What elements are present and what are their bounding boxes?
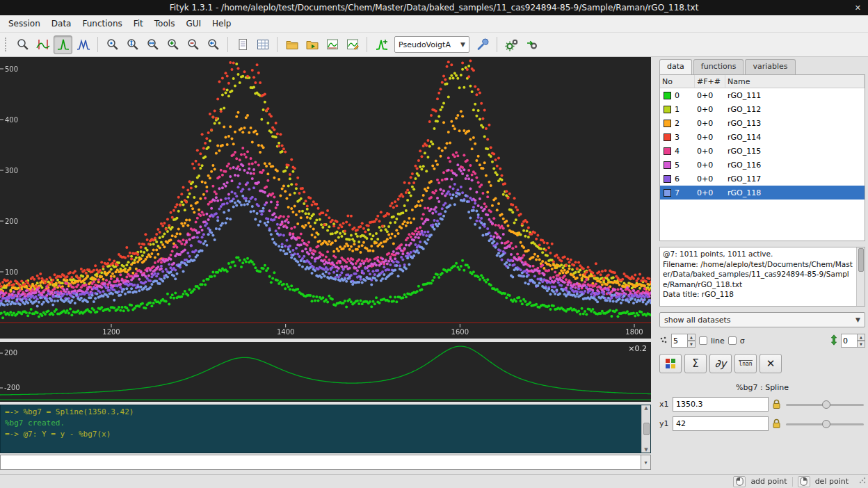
dataset-color-swatch[interactable]	[664, 120, 671, 127]
dataset-color-swatch[interactable]	[664, 161, 671, 169]
dataset-color-swatch[interactable]	[664, 133, 671, 141]
spin-down-icon[interactable]: ▼	[688, 341, 696, 348]
shift-input[interactable]	[841, 334, 858, 348]
titlebar: Fityk 1.3.1 - /home/aleplo/test/Document…	[0, 0, 868, 15]
param-y1-input[interactable]	[673, 416, 769, 431]
lock-icon[interactable]	[772, 399, 781, 409]
dataset-row-rGO_114[interactable]: 30+0rGO_114	[660, 130, 865, 144]
menu-data[interactable]: Data	[46, 17, 77, 31]
tab-data[interactable]: data	[659, 59, 692, 74]
data-range-mode-button[interactable]	[33, 35, 52, 54]
open-file-button[interactable]	[282, 35, 301, 54]
add-peak-mode-button[interactable]	[54, 35, 72, 54]
input-history-button[interactable]: ▾	[641, 455, 651, 470]
zoom-mode-button[interactable]	[13, 35, 32, 54]
session-log-button[interactable]	[233, 35, 252, 54]
spin-up-icon[interactable]: ▲	[858, 334, 865, 341]
close-dataset-button[interactable]: ✕	[760, 354, 782, 373]
menu-fit[interactable]: Fit	[128, 17, 149, 31]
param-x1-slider[interactable]	[785, 399, 865, 410]
mag-minus-icon	[186, 38, 200, 51]
page-icon	[236, 38, 250, 51]
dataset-color-swatch[interactable]	[664, 175, 671, 183]
mouse-left-icon[interactable]	[733, 476, 746, 487]
lock-icon[interactable]	[772, 418, 781, 429]
dataset-color-swatch[interactable]	[664, 106, 671, 113]
zoom-all-button[interactable]	[103, 35, 122, 54]
folder-icon	[285, 38, 299, 51]
dataset-table: No#F+#Name00+0rGO_11110+0rGO_11220+0rGO_…	[659, 74, 865, 241]
toolbar-separator	[277, 37, 278, 52]
chart-box-icon	[326, 38, 339, 51]
console-scrollbar[interactable]: ▲ ▼	[641, 405, 650, 453]
edit-transform-button[interactable]: ∂y	[709, 354, 732, 373]
dataset-row-rGO_113[interactable]: 20+0rGO_113	[660, 116, 865, 130]
sigma-checkbox[interactable]	[728, 336, 737, 345]
peak-green-icon	[56, 38, 70, 51]
close-button[interactable]: ✕	[855, 0, 861, 15]
tab-variables[interactable]: variables	[745, 59, 795, 74]
dataset-info: @7: 1011 points, 1011 active.Filename: /…	[659, 247, 865, 307]
zoom-in-button[interactable]	[163, 35, 182, 54]
function-type-select[interactable]: PseudoVoigtA▼	[394, 36, 469, 53]
param-y1-slider[interactable]	[785, 418, 865, 430]
dataset-color-swatch[interactable]	[664, 92, 671, 99]
datasets-view-dropdown[interactable]: show all datasets ▼	[659, 312, 865, 327]
main-plot[interactable]	[0, 57, 651, 339]
mouse-right-icon[interactable]	[798, 476, 810, 487]
main-splitter[interactable]	[651, 57, 657, 474]
data-table-view-button[interactable]	[253, 35, 272, 54]
command-input[interactable]	[0, 455, 641, 470]
delete-nan-button[interactable]: lnan	[734, 354, 757, 373]
dataset-row-rGO_111[interactable]: 00+0rGO_111	[660, 88, 865, 102]
undo-fit-button[interactable]	[522, 35, 541, 54]
sum-datasets-button[interactable]: Σ	[684, 354, 707, 373]
menu-help[interactable]: Help	[207, 17, 236, 31]
menu-session[interactable]: Session	[3, 17, 46, 31]
aux-plot[interactable]	[0, 342, 651, 402]
toolbar-separator	[367, 37, 367, 52]
zoom-out-button[interactable]	[184, 35, 202, 54]
execute-script-button[interactable]	[303, 35, 321, 54]
dataset-colors-button[interactable]	[659, 354, 682, 373]
scroll-down-icon[interactable]: ▼	[644, 447, 648, 453]
run-fit-button[interactable]	[502, 35, 521, 54]
dataset-row-rGO_112[interactable]: 10+0rGO_112	[660, 102, 865, 116]
spin-down-icon[interactable]: ▼	[858, 341, 865, 348]
menu-functions[interactable]: Functions	[77, 17, 127, 31]
previous-zoom-button[interactable]	[204, 35, 223, 54]
menu-gui[interactable]: GUI	[180, 17, 207, 31]
spin-up-icon[interactable]: ▲	[688, 334, 696, 341]
dataset-row-rGO_118[interactable]: 70+0rGO_118	[660, 186, 865, 200]
define-function-button[interactable]	[473, 35, 492, 54]
menubar: SessionDataFunctionsFitToolsGUIHelp	[0, 15, 868, 33]
info-line: Data title: rGO_118	[663, 289, 853, 300]
auto-add-peak-button[interactable]	[372, 35, 391, 54]
scroll-up-icon[interactable]: ▲	[644, 405, 648, 411]
dataset-row-rGO_116[interactable]: 50+0rGO_116	[660, 158, 865, 172]
resize-grip[interactable]	[858, 476, 867, 487]
dataset-row-rGO_115[interactable]: 40+0rGO_115	[660, 144, 865, 158]
activate-data-mode-button[interactable]	[74, 35, 93, 54]
zoom-vertical-button[interactable]	[123, 35, 142, 54]
load-session-button[interactable]	[323, 35, 341, 54]
slider-thumb[interactable]	[822, 400, 830, 409]
menu-tools[interactable]: Tools	[149, 17, 181, 31]
zoom-horizontal-button[interactable]	[143, 35, 162, 54]
dataset-color-swatch[interactable]	[664, 189, 671, 197]
slider-thumb[interactable]	[822, 420, 830, 428]
dataset-color-swatch[interactable]	[664, 147, 671, 155]
dataset-row-rGO_117[interactable]: 60+0rGO_117	[660, 172, 865, 186]
point-size-input[interactable]	[671, 334, 688, 348]
save-session-button[interactable]	[343, 35, 362, 54]
wrench-icon	[476, 38, 490, 51]
point-size-stepper[interactable]: ▲▼	[671, 334, 696, 348]
line-checkbox[interactable]	[699, 336, 707, 345]
tab-functions[interactable]: functions	[693, 59, 744, 74]
info-scrollbar[interactable]	[856, 247, 865, 306]
param-x1-input[interactable]	[673, 397, 769, 412]
console-line: =-> %bg7 = Spline(1350.3,42)	[5, 407, 637, 418]
scrollbar-thumb[interactable]	[643, 423, 650, 435]
toolbar-grip[interactable]	[5, 38, 10, 51]
shift-stepper[interactable]: ▲▼	[841, 334, 865, 348]
